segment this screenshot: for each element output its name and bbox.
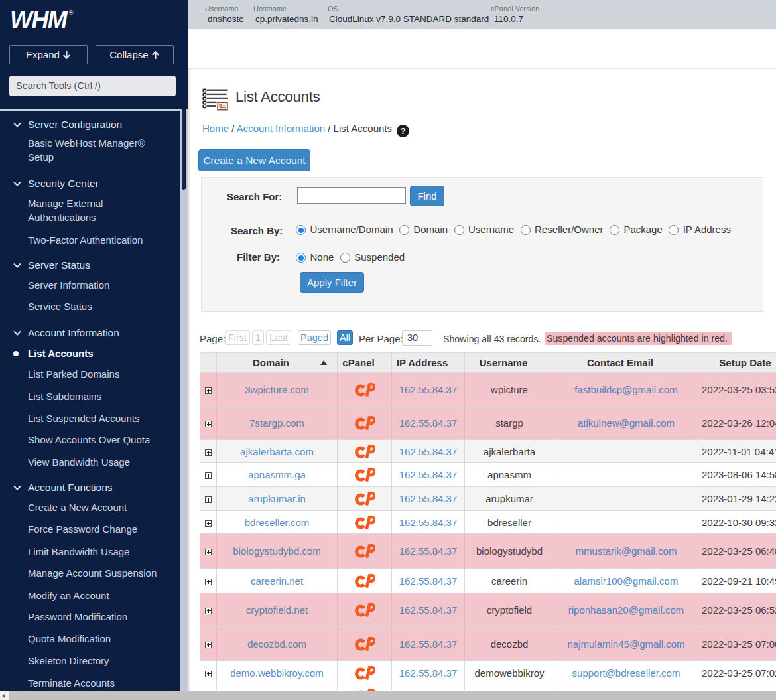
svg-text:WHM: WHM (10, 6, 68, 33)
svg-text:®: ® (69, 9, 74, 16)
